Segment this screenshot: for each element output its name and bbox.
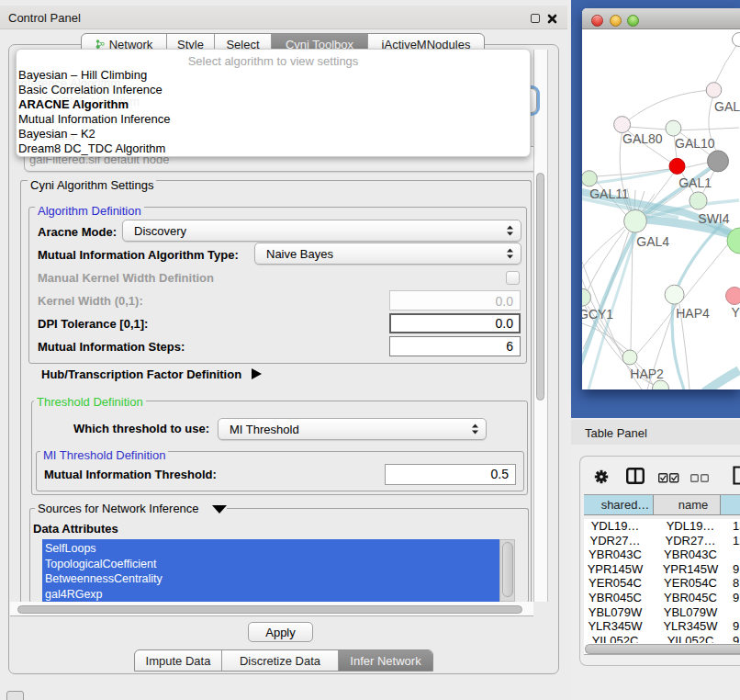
svg-text:GAL1: GAL1	[678, 175, 712, 190]
svg-text:HAP2: HAP2	[630, 367, 664, 381]
svg-text:GAL11: GAL11	[589, 186, 629, 201]
svg-text:GAL10: GAL10	[675, 136, 715, 151]
svg-text:GAL80: GAL80	[622, 131, 663, 146]
svg-text:GCY1: GCY1	[582, 307, 613, 322]
svg-text:Y: Y	[732, 305, 740, 320]
svg-text:GAL7: GAL7	[714, 99, 740, 114]
svg-text:HAP4: HAP4	[676, 306, 710, 321]
svg-text:SWI4: SWI4	[698, 211, 729, 226]
svg-text:GAL4: GAL4	[636, 234, 669, 249]
